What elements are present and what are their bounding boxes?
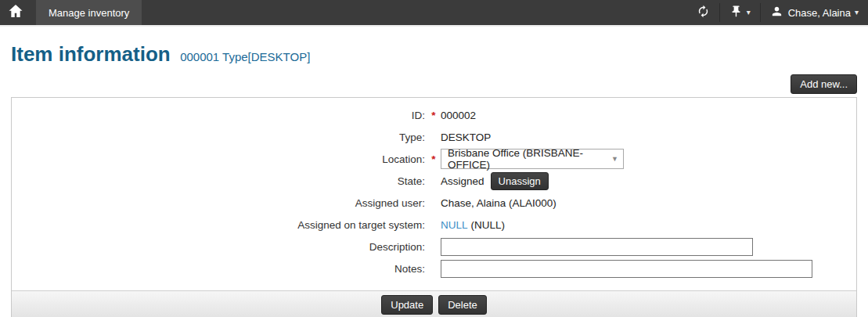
notes-label: Notes: <box>12 263 427 275</box>
form-row-notes: Notes: <box>12 258 856 279</box>
form-row-assigned-target: Assigned on target system: NULL (NULL) <box>12 214 856 236</box>
chevron-down-icon: ▾ <box>855 9 859 16</box>
assigned-target-label: Assigned on target system: <box>12 219 427 231</box>
delete-button[interactable]: Delete <box>438 295 487 315</box>
type-label: Type: <box>12 131 427 143</box>
state-label: State: <box>12 175 427 187</box>
description-input[interactable] <box>441 238 753 256</box>
form-row-state: State: Assigned Unassign <box>12 170 856 192</box>
home-button[interactable] <box>0 0 31 25</box>
header: Item information 000001 Type[DESKTOP] <box>11 42 857 67</box>
toolbar: Add new... <box>11 74 857 94</box>
user-name: Chase, Alaina <box>788 7 851 19</box>
chevron-down-icon: ▾ <box>747 9 751 16</box>
select-caret-icon: ▼ <box>611 155 618 163</box>
form-row-assigned-user: Assigned user: Chase, Alaina (ALAI000) <box>12 192 856 214</box>
topbar: Manage inventory ▾ Chase, Alain <box>0 0 868 27</box>
nav-tab-manage-inventory[interactable]: Manage inventory <box>36 0 142 25</box>
id-label: ID: <box>12 110 427 121</box>
user-menu-button[interactable]: Chase, Alaina ▾ <box>761 0 868 25</box>
form-row-type: Type: DESKTOP <box>12 126 856 148</box>
add-new-button[interactable]: Add new... <box>791 74 857 94</box>
form-body: ID: * 000002 Type: DESKTOP Location: * B… <box>12 98 856 284</box>
notes-input[interactable] <box>441 260 812 278</box>
pin-icon <box>729 5 743 20</box>
refresh-icon <box>697 5 710 20</box>
description-label: Description: <box>12 241 427 253</box>
assigned-target-suffix: (NULL) <box>471 219 506 231</box>
page-subtitle: 000001 Type[DESKTOP] <box>180 50 310 63</box>
topbar-right: ▾ Chase, Alaina ▾ <box>687 0 868 25</box>
nav-tab-label: Manage inventory <box>49 7 129 19</box>
required-marker: * <box>427 110 441 121</box>
form-actions: Update Delete <box>12 290 856 317</box>
pin-menu-button[interactable]: ▾ <box>720 0 760 25</box>
location-label: Location: <box>12 153 427 165</box>
assigned-user-value: Chase, Alaina (ALAI000) <box>441 197 856 209</box>
form-row-id: ID: * 000002 <box>12 104 856 126</box>
required-marker: * <box>427 153 441 165</box>
id-value: 000002 <box>441 110 856 121</box>
assigned-target-link[interactable]: NULL <box>441 219 468 231</box>
type-value: DESKTOP <box>441 131 856 143</box>
update-button[interactable]: Update <box>381 295 433 315</box>
location-select[interactable]: Brisbane Office (BRISBANE-OFFICE) ▼ <box>441 149 624 169</box>
topbar-left: Manage inventory <box>0 0 142 25</box>
form-row-location: Location: * Brisbane Office (BRISBANE-OF… <box>12 148 856 170</box>
state-value: Assigned <box>441 175 484 187</box>
item-form-panel: ID: * 000002 Type: DESKTOP Location: * B… <box>11 97 857 317</box>
unassign-button[interactable]: Unassign <box>491 172 549 190</box>
user-icon <box>770 5 783 20</box>
home-icon <box>8 3 23 22</box>
refresh-button[interactable] <box>687 0 719 25</box>
assigned-user-label: Assigned user: <box>12 197 427 209</box>
location-selected-option: Brisbane Office (BRISBANE-OFFICE) <box>448 147 611 171</box>
form-row-description: Description: <box>12 236 856 258</box>
page-title: Item information <box>11 42 171 66</box>
page: Manage inventory ▾ Chase, Alain <box>0 0 868 317</box>
